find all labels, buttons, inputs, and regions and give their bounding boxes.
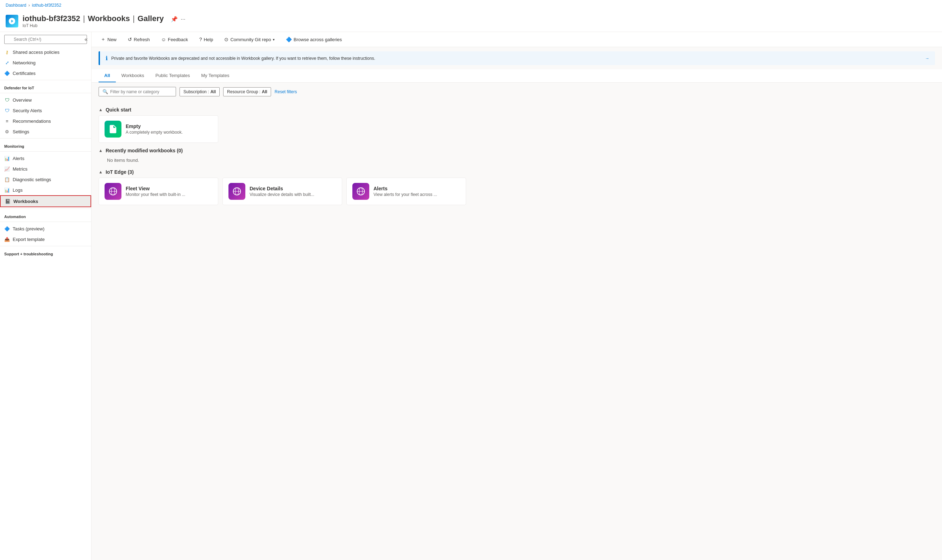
sidebar-item-tasks-preview[interactable]: 🔷 Tasks (preview) — [0, 223, 91, 234]
device-details-icon — [228, 183, 245, 200]
info-banner-arrow[interactable]: → — [925, 56, 929, 61]
refresh-button[interactable]: ↺ Refresh — [126, 35, 152, 44]
sidebar-item-label: Logs — [13, 188, 87, 193]
community-label: Community Git repo — [230, 37, 271, 42]
sidebar-item-label: Alerts — [13, 156, 87, 161]
alerts-icon: 📊 — [4, 155, 10, 161]
tab-workbooks[interactable]: Workbooks — [116, 69, 150, 82]
key-icon: ⚷ — [4, 49, 10, 55]
breadcrumb-resource[interactable]: iothub-bf3f2352 — [32, 3, 61, 8]
sidebar-item-recommendations[interactable]: ≡ Recommendations — [0, 116, 91, 126]
sidebar-item-label: Settings — [13, 129, 87, 134]
card-alerts[interactable]: Alerts View alerts for your fleet across… — [346, 178, 466, 205]
sidebar-item-label: Workbooks — [13, 199, 86, 204]
sidebar-item-workbooks[interactable]: 📓 Workbooks ➤ — [0, 195, 91, 207]
filter-search-input[interactable] — [110, 89, 167, 94]
settings-icon: ⚙ — [4, 129, 10, 134]
sidebar-item-label: Overview — [13, 97, 87, 103]
resource-group-label: Resource Group : — [227, 89, 261, 94]
quick-start-label: Quick start — [106, 107, 131, 112]
breadcrumb-dashboard[interactable]: Dashboard — [6, 3, 26, 8]
help-label: Help — [204, 37, 213, 42]
empty-card-title: Empty — [126, 123, 183, 129]
sidebar-item-shared-access-policies[interactable]: ⚷ Shared access policies — [0, 47, 91, 57]
sidebar-item-settings[interactable]: ⚙ Settings — [0, 126, 91, 137]
subscription-label: Subscription : — [183, 89, 209, 94]
sidebar-item-diagnostic-settings[interactable]: 📋 Diagnostic settings — [0, 174, 91, 185]
main-layout: « ⚷ Shared access policies ⤢ Networking … — [0, 32, 942, 560]
fleet-view-icon — [105, 183, 122, 200]
sidebar-item-networking[interactable]: ⤢ Networking — [0, 57, 91, 68]
sidebar-item-label: Networking — [13, 60, 87, 65]
metrics-icon: 📈 — [4, 166, 10, 172]
toolbar: ＋ New ↺ Refresh ☺ Feedback ? Help ⊙ Comm… — [91, 32, 942, 47]
iot-edge-section-header[interactable]: ▲ IoT Edge (3) — [99, 166, 935, 178]
info-icon: ℹ — [106, 55, 108, 62]
feedback-button[interactable]: ☺ Feedback — [159, 35, 190, 44]
main-content: ＋ New ↺ Refresh ☺ Feedback ? Help ⊙ Comm… — [91, 32, 942, 560]
alerts-card-title: Alerts — [373, 186, 437, 191]
sidebar-item-alerts[interactable]: 📊 Alerts — [0, 153, 91, 163]
sidebar-search-container — [0, 32, 91, 47]
sidebar-item-overview[interactable]: 🛡 Overview — [0, 95, 91, 105]
github-icon: ⊙ — [224, 37, 228, 42]
quick-start-section-header[interactable]: ▲ Quick start — [99, 103, 935, 115]
sidebar-item-label: Export template — [13, 237, 87, 242]
sidebar-divider — [0, 80, 91, 80]
recently-modified-section-header[interactable]: ▲ Recently modified workbooks (0) — [99, 144, 935, 156]
filter-search-container: 🔍 — [99, 87, 176, 96]
reset-filters-link[interactable]: Reset filters — [274, 89, 297, 94]
alerts-card-icon — [352, 183, 369, 200]
sidebar-item-metrics[interactable]: 📈 Metrics — [0, 163, 91, 174]
resource-group-filter[interactable]: Resource Group : All — [223, 87, 271, 96]
iot-edge-cards: Fleet View Monitor your fleet with built… — [99, 178, 935, 205]
search-input[interactable] — [4, 35, 87, 44]
page-title: iothub-bf3f2352 — [23, 14, 80, 23]
sidebar-item-label: Shared access policies — [13, 49, 87, 55]
card-fleet-view[interactable]: Fleet View Monitor your fleet with built… — [99, 178, 218, 205]
sidebar-collapse-btn[interactable]: « — [85, 36, 88, 43]
no-items-text: No items found. — [99, 156, 935, 166]
help-button[interactable]: ? Help — [197, 35, 216, 44]
sidebar-item-export-template[interactable]: 📤 Export template — [0, 234, 91, 245]
more-icon[interactable]: ··· — [180, 16, 185, 23]
sidebar-item-logs[interactable]: 📊 Logs — [0, 185, 91, 195]
sidebar-item-certificates[interactable]: 🔷 Certificates — [0, 68, 91, 78]
feedback-icon: ☺ — [161, 37, 166, 42]
sidebar-section-defender: Defender for IoT — [0, 82, 91, 91]
card-device-details[interactable]: Device Details Visualize device details … — [222, 178, 342, 205]
community-git-button[interactable]: ⊙ Community Git repo ▾ — [222, 35, 277, 44]
sidebar-item-label: Metrics — [13, 166, 87, 172]
resource-group-value: All — [262, 89, 267, 94]
sidebar-item-label: Recommendations — [13, 118, 87, 124]
chevron-up-icon: ▲ — [99, 107, 103, 112]
sidebar-item-security-alerts[interactable]: 🛡 Security Alerts — [0, 105, 91, 116]
iot-edge-label: IoT Edge (3) — [106, 169, 134, 175]
quick-start-cards: Empty A completely empty workbook. — [99, 115, 935, 143]
browse-label: Browse across galleries — [294, 37, 342, 42]
card-empty[interactable]: Empty A completely empty workbook. — [99, 115, 218, 143]
breadcrumb: Dashboard › iothub-bf3f2352 — [0, 0, 942, 11]
sidebar-item-label: Diagnostic settings — [13, 177, 87, 182]
content-area: ▲ Quick start Empty A completely empty w… — [91, 101, 942, 214]
tab-all[interactable]: All — [99, 69, 116, 82]
sidebar-section-automation: Automation — [0, 210, 91, 220]
shield-alert-icon: 🛡 — [4, 108, 10, 113]
tabs-bar: All Workbooks Public Templates My Templa… — [91, 69, 942, 83]
recently-modified-label: Recently modified workbooks (0) — [106, 148, 183, 153]
device-details-title: Device Details — [250, 186, 315, 191]
pin-icon[interactable]: 📌 — [171, 16, 178, 23]
fleet-view-title: Fleet View — [126, 186, 185, 191]
tab-my-templates[interactable]: My Templates — [195, 69, 235, 82]
tab-public-templates[interactable]: Public Templates — [150, 69, 195, 82]
subscription-filter[interactable]: Subscription : All — [180, 87, 220, 96]
browse-galleries-button[interactable]: 🔷 Browse across galleries — [284, 35, 344, 44]
new-button[interactable]: ＋ New — [99, 35, 119, 44]
info-banner-text: Private and favorite Workbooks are depre… — [111, 56, 375, 61]
page-header: iothub-bf3f2352 | Workbooks | Gallery 📌 … — [0, 11, 942, 32]
logs-icon: 📊 — [4, 187, 10, 193]
device-details-desc: Visualize device details with built... — [250, 192, 315, 197]
sidebar-divider — [0, 93, 91, 93]
help-icon: ? — [199, 37, 202, 42]
browse-icon: 🔷 — [286, 37, 292, 42]
